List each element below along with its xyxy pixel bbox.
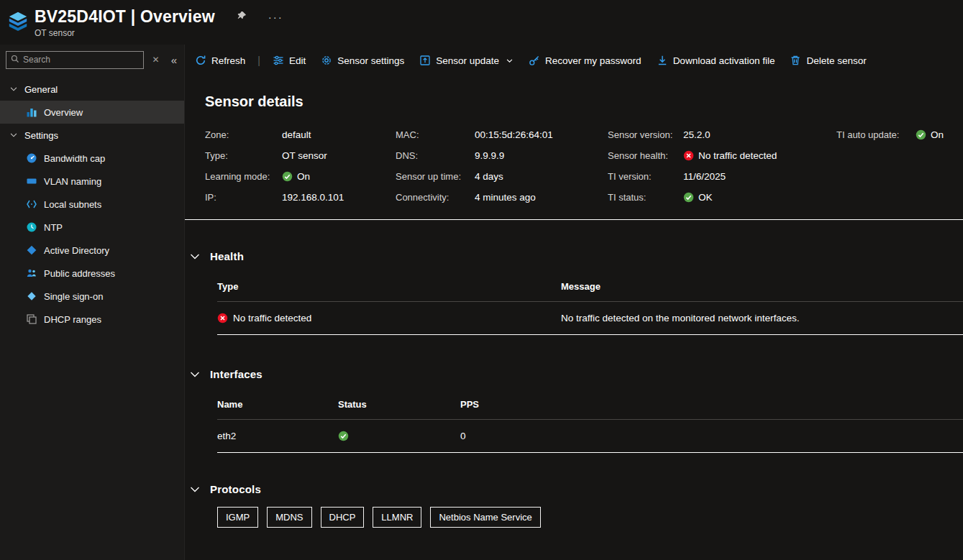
search-input[interactable] <box>23 55 139 65</box>
ellipsis-icon: ··· <box>268 11 283 23</box>
protocol-chips: IGMP MDNS DHCP LLMNR Netbios Name Servic… <box>217 507 963 528</box>
column-header: Status <box>338 399 460 410</box>
health-section-header[interactable]: Health <box>189 250 963 262</box>
chevron-down-icon <box>189 251 201 262</box>
protocol-chip[interactable]: DHCP <box>321 507 365 528</box>
sidebar-item-label: Single sign-on <box>44 291 103 302</box>
column-header: Type <box>217 281 561 292</box>
detail-label: Sensor version: <box>608 129 683 140</box>
sidebar-group-general[interactable]: General <box>0 78 184 101</box>
sidebar-item-label: DHCP ranges <box>44 314 101 325</box>
sensor-app-icon <box>7 10 29 32</box>
refresh-button[interactable]: Refresh <box>195 55 245 66</box>
health-section: Health Type Message No traffic detected … <box>205 250 963 335</box>
sidebar-item-dhcp-ranges[interactable]: DHCP ranges <box>0 308 184 331</box>
sidebar-item-local-subnets[interactable]: Local subnets <box>0 193 184 216</box>
pin-button[interactable] <box>237 11 247 23</box>
sidebar-item-single-sign-on[interactable]: Single sign-on <box>0 285 184 308</box>
sidebar-item-active-directory[interactable]: Active Directory <box>0 239 184 262</box>
main-panel: Refresh | Edit Sensor settings Sensor up… <box>185 45 963 560</box>
interfaces-table: Name Status PPS eth2 0 <box>217 390 963 453</box>
app-header: BV25D4IOT | Overview ··· OT sensor <box>0 0 963 45</box>
delete-sensor-button[interactable]: Delete sensor <box>790 55 866 66</box>
sensor-details-grid: Zone:default Type:OT sensor Learning mod… <box>205 124 963 208</box>
detail-value: 9.9.9.9 <box>475 150 504 161</box>
active-directory-icon <box>26 244 37 256</box>
error-icon <box>683 150 694 161</box>
key-icon <box>529 55 540 66</box>
protocols-section: Protocols IGMP MDNS DHCP LLMNR Netbios N… <box>205 483 963 528</box>
column-header: PPS <box>460 399 963 410</box>
health-table-header: Type Message <box>217 272 963 302</box>
success-icon <box>916 129 926 140</box>
column-header: Message <box>561 281 963 292</box>
download-icon <box>657 55 668 66</box>
more-options-button[interactable]: ··· <box>268 11 283 23</box>
trash-icon <box>790 55 801 66</box>
detail-value: 25.2.0 <box>683 129 711 140</box>
detail-label: Learning mode: <box>205 171 282 182</box>
sidebar-group-settings[interactable]: Settings <box>0 124 184 147</box>
clock-icon <box>26 221 37 233</box>
success-icon <box>338 431 349 441</box>
detail-label: TI status: <box>608 192 683 203</box>
download-activation-button[interactable]: Download activation file <box>657 55 775 66</box>
protocols-section-header[interactable]: Protocols <box>189 483 963 495</box>
detail-label: IP: <box>205 192 282 203</box>
protocol-chip[interactable]: MDNS <box>267 507 311 528</box>
error-icon <box>217 313 228 323</box>
sensor-details-title: Sensor details <box>205 93 963 110</box>
sidebar-item-label: Active Directory <box>44 245 109 256</box>
search-clear-button[interactable]: ✕ <box>150 53 163 66</box>
detail-label: Zone: <box>205 129 282 140</box>
sidebar-collapse-button[interactable]: « <box>168 52 180 68</box>
public-addresses-icon <box>26 267 37 279</box>
sidebar-item-bandwidth-cap[interactable]: Bandwidth cap <box>0 147 184 170</box>
sidebar-item-vlan-naming[interactable]: VLAN naming <box>0 170 184 193</box>
protocol-chip[interactable]: LLMNR <box>373 507 421 528</box>
chevron-down-icon <box>189 369 201 380</box>
section-title: Health <box>210 250 244 262</box>
detail-label: MAC: <box>396 129 475 140</box>
search-box <box>6 51 144 69</box>
page-title: BV25D4IOT | Overview <box>35 7 215 27</box>
chevron-down-icon <box>9 131 18 139</box>
section-title: Protocols <box>210 483 261 495</box>
detail-label: Sensor up time: <box>396 171 475 182</box>
detail-value: default <box>282 129 311 140</box>
table-row: No traffic detected No traffic detected … <box>217 302 963 335</box>
health-type-cell: No traffic detected <box>217 313 561 323</box>
edit-button[interactable]: Edit <box>273 55 306 66</box>
detail-label: Sensor health: <box>608 150 683 161</box>
single-sign-on-icon <box>26 290 37 302</box>
recover-password-button[interactable]: Recover my password <box>529 55 642 66</box>
detail-value: 00:15:5d:26:64:01 <box>475 129 553 140</box>
protocol-chip[interactable]: IGMP <box>217 507 258 528</box>
section-title: Interfaces <box>210 368 263 380</box>
sidebar-item-public-addresses[interactable]: Public addresses <box>0 262 184 285</box>
sidebar-item-label: Local subnets <box>44 199 101 210</box>
success-icon <box>683 192 694 203</box>
refresh-icon <box>195 55 206 66</box>
command-bar-separator: | <box>257 55 260 66</box>
interface-pps-cell: 0 <box>460 431 963 441</box>
update-icon <box>419 55 431 66</box>
detail-label: Type: <box>205 150 282 161</box>
collapse-icon: « <box>171 54 177 66</box>
sensor-settings-button[interactable]: Sensor settings <box>321 55 404 66</box>
detail-value: OK <box>683 192 713 203</box>
interfaces-section-header[interactable]: Interfaces <box>189 368 963 380</box>
detail-label: Connectivity: <box>396 192 475 203</box>
sensor-update-button[interactable]: Sensor update <box>419 55 514 66</box>
detail-value: On <box>916 129 944 140</box>
sidebar-item-ntp[interactable]: NTP <box>0 216 184 239</box>
sidebar-item-overview[interactable]: Overview <box>0 101 184 124</box>
interface-status-cell <box>338 431 460 441</box>
protocol-chip[interactable]: Netbios Name Service <box>430 507 540 528</box>
success-icon <box>282 171 293 182</box>
command-bar: Refresh | Edit Sensor settings Sensor up… <box>185 45 963 76</box>
detail-label: DNS: <box>396 150 475 161</box>
detail-value: 4 minutes ago <box>475 192 536 203</box>
sidebar-item-label: Overview <box>44 107 83 118</box>
vlan-icon <box>26 175 37 187</box>
